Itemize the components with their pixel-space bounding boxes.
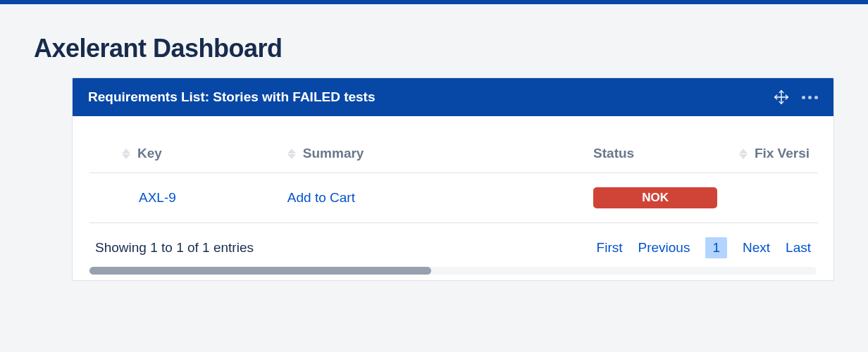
page-content: Axelerant Dashboard Requirements List: S… (0, 4, 868, 281)
gadget-title: Requirements List: Stories with FAILED t… (88, 89, 376, 105)
cell-fix-version (731, 173, 818, 223)
cell-summary: Add to Cart (279, 173, 585, 223)
column-label: Summary (303, 146, 364, 161)
sort-icon (122, 149, 130, 159)
table-row: AXL-9 Add to Cart NOK (89, 173, 818, 223)
issue-summary-link[interactable]: Add to Cart (287, 190, 355, 205)
move-icon[interactable] (774, 89, 789, 105)
cell-status: NOK (585, 173, 731, 223)
page-title: Axelerant Dashboard (34, 4, 834, 77)
column-header-summary[interactable]: Summary (279, 139, 585, 173)
gadget-header: Requirements List: Stories with FAILED t… (73, 78, 833, 116)
pagination-first[interactable]: First (597, 240, 623, 256)
table-footer: Showing 1 to 1 of 1 entries First Previo… (89, 223, 817, 264)
column-label: Fix Versi (755, 146, 810, 161)
sort-icon (287, 149, 296, 159)
gadget-body: Key Summary (73, 116, 833, 267)
requirements-table: Key Summary (89, 139, 818, 223)
table-header-row: Key Summary (89, 139, 818, 173)
column-label: Status (593, 146, 634, 161)
cell-key: AXL-9 (89, 173, 279, 223)
table-footer-info: Showing 1 to 1 of 1 entries (95, 240, 254, 256)
horizontal-scrollbar-thumb[interactable] (89, 267, 431, 275)
pagination-current[interactable]: 1 (705, 237, 727, 258)
pagination-previous[interactable]: Previous (638, 240, 690, 256)
column-label: Key (137, 146, 162, 161)
pagination-next[interactable]: Next (743, 240, 770, 256)
more-menu-icon[interactable] (802, 96, 818, 99)
gadget-actions (774, 89, 818, 105)
sort-icon (739, 149, 748, 159)
column-header-fix-version[interactable]: Fix Versi (731, 139, 818, 173)
requirements-gadget: Requirements List: Stories with FAILED t… (72, 77, 834, 281)
column-header-key[interactable]: Key (89, 139, 279, 173)
column-header-status[interactable]: Status (585, 139, 731, 173)
horizontal-scrollbar-track[interactable] (73, 267, 833, 280)
pagination-last[interactable]: Last (786, 240, 811, 256)
issue-key-link[interactable]: AXL-9 (139, 190, 176, 205)
pagination: First Previous 1 Next Last (597, 237, 811, 258)
status-badge: NOK (593, 187, 717, 208)
